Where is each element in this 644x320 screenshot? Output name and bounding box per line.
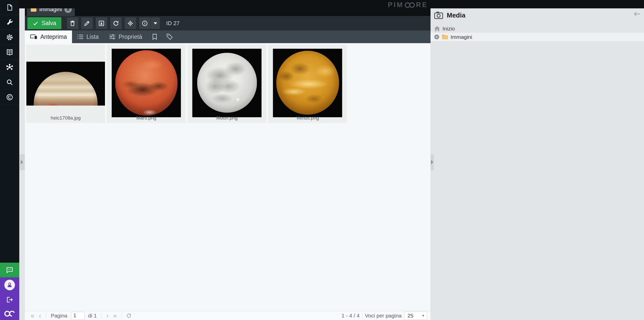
left-panel-expand-handle[interactable]: [19, 154, 25, 170]
tab-proprieta[interactable]: Proprietà: [104, 30, 147, 43]
asset-card[interactable]: heic1708a.jpg: [26, 45, 105, 123]
more-actions-dropdown[interactable]: [151, 18, 160, 29]
right-panel-collapse-handle[interactable]: [431, 154, 434, 170]
tab-proprieta-label: Proprietà: [118, 33, 142, 40]
book-icon: [6, 48, 13, 56]
asset-id-label: ID 27: [166, 20, 180, 27]
sidebar-pimcore-logo[interactable]: [0, 307, 19, 320]
check-icon: [32, 20, 39, 26]
tree-item-immagini[interactable]: Immagini: [431, 33, 644, 41]
asset-card[interactable]: Mars.png: [107, 45, 186, 123]
tab-lista[interactable]: Lista: [72, 30, 104, 43]
collapse-panel-button[interactable]: [633, 11, 641, 17]
next-page-button[interactable]: ›: [104, 312, 111, 319]
search-icon: [6, 78, 13, 86]
sidebar-item-logout[interactable]: [0, 292, 19, 307]
asset-thumbnail: [26, 62, 105, 106]
page-label: Pagina: [51, 313, 67, 319]
media-panel-title: Media: [447, 11, 466, 19]
moon-image: [197, 53, 257, 113]
view-tabs: Anteprima Lista Proprietà: [25, 30, 431, 43]
page-number-input[interactable]: [71, 312, 85, 319]
asset-filename: heic1708a.jpg: [26, 115, 105, 121]
info-button[interactable]: [139, 18, 151, 29]
left-panel-splitter[interactable]: [19, 8, 25, 320]
sidebar-item-tools[interactable]: [0, 15, 19, 30]
venus-image: [276, 51, 339, 115]
pimcore-brand-logo: PIM RE: [388, 1, 428, 9]
sidebar-item-search[interactable]: [0, 75, 19, 90]
prev-page-button[interactable]: ‹: [37, 312, 43, 319]
camera-icon: [434, 11, 443, 19]
save-button[interactable]: Salva: [27, 17, 61, 29]
sidebar-item-manual[interactable]: [0, 45, 19, 60]
user-avatar-icon: [4, 280, 15, 290]
divider: [46, 313, 46, 318]
top-bar: PIM RE: [0, 0, 644, 8]
jupiter-image: [34, 72, 98, 106]
locate-icon: [127, 20, 134, 27]
asset-card[interactable]: Venus.png: [268, 45, 347, 123]
rename-button[interactable]: [81, 18, 93, 29]
folder-icon: [442, 34, 448, 40]
mars-image: [115, 50, 177, 116]
tab-tags[interactable]: [162, 30, 177, 43]
sliders-icon: [109, 34, 116, 40]
divider: [122, 313, 122, 318]
download-icon: [98, 20, 105, 27]
network-icon: [6, 63, 13, 71]
refresh-grid-button[interactable]: [124, 313, 133, 318]
sidebar-spacer: [0, 105, 19, 263]
asset-thumbnail: [192, 49, 262, 117]
per-page-select[interactable]: 25 ▾: [404, 312, 427, 320]
wrench-icon: [6, 19, 13, 26]
sidebar-item-feedback[interactable]: [0, 263, 19, 277]
last-page-button[interactable]: »: [111, 312, 119, 319]
media-tree-panel: Media Inizio Immagini: [431, 8, 644, 320]
sidebar-item-license[interactable]: [0, 90, 19, 105]
locate-in-tree-button[interactable]: [125, 18, 136, 29]
page-count-label: di 1: [88, 313, 97, 319]
sidebar-item-documents[interactable]: [0, 0, 19, 15]
divider: [362, 313, 362, 318]
sidebar-item-profile[interactable]: [0, 277, 19, 292]
collapse-right-icon: [431, 160, 433, 164]
chat-icon: [6, 266, 13, 274]
expand-plus-icon[interactable]: [434, 34, 439, 40]
asset-filename: Venus.png: [268, 115, 347, 121]
brand-text-prefix: PIM: [388, 1, 404, 9]
sidebar-item-network[interactable]: [0, 60, 19, 75]
tag-icon: [166, 33, 173, 40]
folder-preview-grid: heic1708a.jpg Mars.png Moon.png Venus.pn…: [25, 43, 431, 311]
tree-item-root[interactable]: Inizio: [431, 24, 644, 33]
refresh-icon: [113, 20, 119, 27]
gear-icon: [6, 33, 13, 41]
tree-item-label: Inizio: [442, 26, 455, 32]
asset-card[interactable]: Moon.png: [188, 45, 266, 123]
media-panel-header: Media: [431, 8, 644, 22]
reload-button[interactable]: [110, 18, 122, 29]
trash-icon: [69, 20, 76, 27]
save-button-label: Salva: [42, 20, 56, 27]
pimcore-infinity-icon: [4, 310, 15, 317]
divider: [101, 313, 101, 318]
list-icon: [77, 34, 84, 40]
tab-anteprima[interactable]: Anteprima: [25, 30, 72, 43]
asset-filename: Mars.png: [107, 115, 186, 121]
info-icon: [141, 20, 148, 27]
items-range-label: 1 - 4 / 4: [342, 313, 360, 319]
copyright-icon: [6, 93, 13, 101]
download-button[interactable]: [96, 18, 107, 29]
document-icon: [6, 4, 13, 11]
expand-right-icon: [21, 160, 23, 164]
first-page-button[interactable]: «: [28, 312, 37, 319]
tree-item-label: Immagini: [451, 34, 472, 40]
tab-lista-label: Lista: [86, 33, 99, 40]
tab-anteprima-label: Anteprima: [40, 33, 67, 40]
tab-schedule[interactable]: [148, 30, 162, 43]
main-sidebar: [0, 0, 19, 320]
delete-button[interactable]: [67, 18, 78, 29]
home-icon: [434, 26, 440, 31]
sidebar-item-settings[interactable]: [0, 30, 19, 45]
brand-text-suffix: RE: [416, 1, 428, 9]
